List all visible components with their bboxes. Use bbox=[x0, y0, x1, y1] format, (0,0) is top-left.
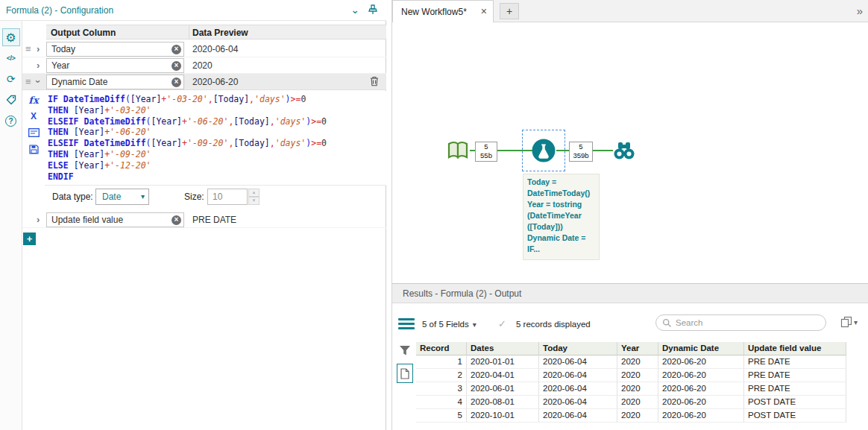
search-box[interactable] bbox=[655, 314, 826, 331]
results-title: Results - Formula (2) - Output bbox=[403, 288, 521, 299]
formula-row: ≡ › Today × 2020-06-04 bbox=[22, 41, 386, 57]
drag-handle-icon[interactable]: ≡ bbox=[25, 43, 31, 54]
remove-field-icon[interactable]: × bbox=[172, 215, 181, 225]
fields-dropdown[interactable]: 5 of 5 Fields▾ bbox=[422, 320, 477, 329]
data-type-row: Data type: Date ▾ Size: ▲ ▼ bbox=[22, 187, 386, 208]
results-cell: 2020-06-04 bbox=[539, 355, 617, 369]
chevron-right-icon[interactable]: › bbox=[37, 214, 40, 225]
stepper-up-button[interactable]: ▲ bbox=[248, 189, 260, 197]
results-grid-header-cell[interactable]: Dynamic Date bbox=[658, 342, 744, 355]
results-grid-header-cell[interactable]: Year bbox=[617, 342, 658, 355]
table-icon[interactable] bbox=[398, 318, 415, 332]
results-row[interactable]: 12020-01-012020-06-0420202020-06-20PRE D… bbox=[416, 355, 846, 369]
record-number-cell: 1 bbox=[416, 355, 467, 369]
copy-icon bbox=[840, 316, 852, 328]
stepper-down-button[interactable]: ▼ bbox=[248, 197, 260, 205]
record-number-cell: 4 bbox=[416, 396, 467, 409]
code-line: IF DateTimeDiff([Year]+'-03-20',[Today],… bbox=[48, 94, 386, 105]
copy-button[interactable]: ▾ bbox=[840, 316, 858, 328]
formula-row-selected: ≡ › Dynamic Date × 2020-06-20 bbox=[22, 74, 386, 90]
remove-field-icon[interactable]: × bbox=[172, 45, 181, 54]
drag-handle-icon[interactable]: ≡ bbox=[25, 76, 31, 87]
results-cell: 2020-06-04 bbox=[539, 369, 617, 382]
formula-editor[interactable]: IF DateTimeDiff([Year]+'-03-20',[Today],… bbox=[45, 91, 386, 186]
chevron-down-icon: ▾ bbox=[854, 318, 858, 326]
filter-icon[interactable] bbox=[399, 345, 411, 358]
data-preview-value: 2020-06-20 bbox=[192, 77, 238, 87]
results-grid-header-cell[interactable]: Today bbox=[539, 342, 617, 355]
insert-function-icon[interactable]: fx bbox=[25, 92, 43, 107]
results-grid-header-cell[interactable]: Record bbox=[416, 342, 467, 355]
results-row[interactable]: 42020-08-012020-06-0420202020-06-20POST … bbox=[416, 396, 846, 409]
tool-annotation[interactable]: Today =DateTimeToday()Year = tostring(Da… bbox=[523, 174, 600, 260]
expand-panel-icon[interactable]: » bbox=[857, 4, 863, 17]
results-cell: 2020-10-01 bbox=[467, 409, 539, 423]
sync-icon[interactable]: ⟳ bbox=[2, 70, 20, 88]
record-number-cell: 5 bbox=[416, 409, 467, 423]
data-type-dropdown[interactable]: Date ▾ bbox=[95, 189, 149, 205]
insert-column-icon[interactable]: X bbox=[25, 109, 43, 124]
panel-splitter[interactable] bbox=[386, 0, 391, 430]
new-tab-button[interactable]: + bbox=[500, 3, 519, 19]
output-column-field[interactable]: Dynamic Date × bbox=[46, 75, 184, 89]
size-stepper: ▲ ▼ bbox=[248, 189, 260, 205]
code-icon[interactable]: </> bbox=[2, 49, 20, 67]
help-icon[interactable]: ? bbox=[2, 112, 20, 130]
chevron-down-icon[interactable]: ⌄ bbox=[350, 4, 359, 16]
data-preview-value: PRE DATE bbox=[192, 215, 236, 225]
results-cell: POST DATE bbox=[744, 409, 846, 423]
results-cell: 2020-06-20 bbox=[658, 369, 744, 382]
data-view-icon[interactable] bbox=[397, 364, 413, 383]
chevron-expanded-icon[interactable]: › bbox=[33, 80, 44, 83]
configuration-panel: Formula (2) - Configuration ⌄ ⚙ </> ⟳ ? … bbox=[0, 0, 386, 430]
config-side-toolbar: ⚙ </> ⟳ ? bbox=[0, 21, 22, 430]
results-cell: 2020-08-01 bbox=[467, 396, 539, 409]
tag-icon[interactable] bbox=[2, 91, 20, 109]
code-line: THEN [Year]+'-06-20' bbox=[48, 127, 386, 138]
results-row[interactable]: 52020-10-012020-06-0420202020-06-20POST … bbox=[416, 409, 846, 423]
connection-progress-label[interactable]: 5 55b bbox=[475, 142, 497, 162]
code-line: THEN [Year]+'-09-20' bbox=[48, 149, 386, 160]
add-formula-button[interactable]: + bbox=[23, 233, 36, 245]
pin-icon[interactable] bbox=[368, 4, 377, 17]
settings-icon[interactable]: ⚙ bbox=[2, 28, 20, 46]
results-cell: POST DATE bbox=[744, 396, 846, 409]
data-preview-value: 2020 bbox=[192, 60, 213, 71]
output-column-field[interactable]: Today × bbox=[46, 42, 184, 57]
results-cell: 2020 bbox=[617, 382, 658, 396]
constants-icon[interactable] bbox=[25, 125, 43, 140]
records-status: 5 records displayed bbox=[516, 320, 591, 329]
delete-formula-icon[interactable] bbox=[370, 76, 379, 89]
search-input[interactable] bbox=[676, 318, 825, 327]
results-cell: PRE DATE bbox=[744, 382, 846, 396]
workflow-area: New Workflow5* × + » 5 55b bbox=[391, 0, 868, 430]
remove-field-icon[interactable]: × bbox=[172, 78, 181, 87]
remove-field-icon[interactable]: × bbox=[172, 61, 181, 71]
text-input-tool[interactable] bbox=[446, 139, 470, 165]
formula-tool[interactable] bbox=[531, 138, 556, 165]
chevron-right-icon[interactable]: › bbox=[37, 43, 40, 54]
code-line: ELSEIF DateTimeDiff([Year]+'-09-20',[Tod… bbox=[48, 138, 386, 149]
code-line: ELSE [Year]+'-12-20' bbox=[48, 160, 386, 171]
results-row[interactable]: 32020-06-012020-06-0420202020-06-20PRE D… bbox=[416, 382, 846, 396]
connection-progress-label[interactable]: 5 359b bbox=[569, 142, 593, 162]
data-type-label: Data type: bbox=[52, 192, 93, 202]
results-grid-header-cell[interactable]: Dates bbox=[467, 342, 539, 355]
size-label: Size: bbox=[184, 192, 204, 202]
browse-tool[interactable] bbox=[612, 139, 636, 164]
chevron-right-icon[interactable]: › bbox=[37, 60, 40, 71]
column-divider bbox=[189, 25, 189, 39]
config-panel-title: Formula (2) - Configuration bbox=[6, 5, 113, 16]
workflow-canvas[interactable]: 5 55b 5 359b bbox=[392, 22, 868, 283]
size-input[interactable] bbox=[207, 189, 248, 205]
results-cell: 2020-06-01 bbox=[467, 382, 539, 396]
output-column-field[interactable]: Update field value × bbox=[46, 212, 184, 227]
close-tab-icon[interactable]: × bbox=[481, 5, 487, 17]
results-cell: 2020 bbox=[617, 369, 658, 382]
results-cell: 2020 bbox=[617, 355, 658, 369]
results-row[interactable]: 22020-04-012020-06-0420202020-06-20PRE D… bbox=[416, 369, 846, 382]
output-column-field[interactable]: Year × bbox=[46, 58, 184, 73]
workflow-tab[interactable]: New Workflow5* × bbox=[392, 0, 494, 22]
results-grid-header-cell[interactable]: Update field value bbox=[744, 342, 846, 355]
save-expression-icon[interactable] bbox=[25, 142, 43, 156]
